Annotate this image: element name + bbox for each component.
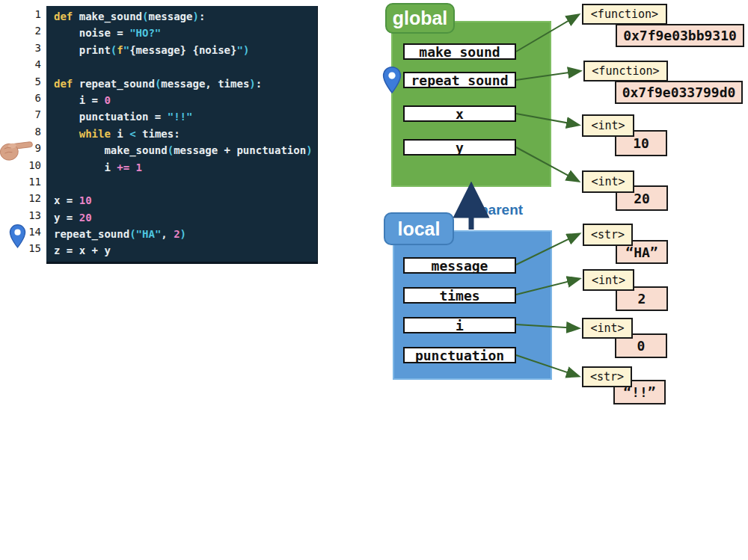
- value-type-tag: <int>: [582, 114, 634, 137]
- code-token: {message} {noise}: [129, 44, 236, 56]
- code-token: make_sound: [73, 10, 142, 22]
- line-number: 5: [0, 73, 41, 90]
- code-token: 0: [104, 94, 110, 106]
- variable-box-y: y: [403, 139, 516, 156]
- code-token: ): [306, 144, 312, 156]
- code-token: (: [129, 228, 135, 240]
- code-line: def repeat_sound(message, times):: [54, 76, 317, 92]
- value-type-tag: <function>: [582, 4, 667, 25]
- variable-box-repeat_sound: repeat_sound: [403, 72, 516, 88]
- code-token: ,: [161, 228, 174, 240]
- code-token: ": [123, 44, 129, 56]
- code-token: message + punctuation: [174, 144, 306, 156]
- code-token: 10: [79, 194, 92, 206]
- code-token: :: [256, 78, 262, 90]
- code-token: def: [54, 10, 73, 22]
- code-token: message, times: [161, 78, 249, 90]
- local-frame-label: local: [398, 218, 441, 240]
- line-number: 11: [0, 173, 41, 190]
- code-token: ): [180, 228, 186, 240]
- code-line: i += 1: [54, 159, 317, 176]
- code-token: i: [54, 161, 117, 173]
- code-token: "!!": [168, 111, 193, 123]
- code-token: f: [117, 44, 123, 56]
- code-line: while i < times:: [54, 126, 317, 142]
- code-token: 1: [136, 161, 142, 173]
- variable-box-x: x: [403, 105, 516, 122]
- value-box: 0x7f9e03bb9310: [616, 24, 744, 47]
- code-line: make_sound(message + punctuation): [54, 142, 317, 159]
- code-pin-icon: [9, 222, 26, 250]
- value-type-tag: <str>: [583, 224, 633, 246]
- code-token: z = x + y: [54, 244, 111, 256]
- frame-pin-icon: [382, 64, 402, 96]
- variable-box-times: times: [403, 287, 516, 304]
- local-frame-tab: local: [384, 212, 454, 245]
- line-number: 6: [0, 90, 41, 106]
- value-type-tag: <int>: [582, 170, 634, 193]
- code-token: print: [54, 44, 111, 56]
- code-line: z = x + y: [54, 242, 317, 259]
- code-token: while: [79, 128, 111, 140]
- code-token: (: [168, 144, 174, 156]
- code-token: make_sound: [54, 144, 168, 156]
- code-token: ): [249, 78, 255, 90]
- code-token: ): [243, 44, 249, 56]
- code-line: noise = "HO?": [54, 25, 317, 41]
- variable-box-punctuation: punctuation: [403, 347, 516, 363]
- code-token: noise =: [54, 27, 129, 39]
- code-token: "HO?": [129, 27, 161, 39]
- line-number: 1: [0, 6, 41, 22]
- value-type-tag: <str>: [582, 366, 632, 387]
- code-token: x =: [54, 194, 79, 206]
- code-line: [54, 58, 317, 75]
- code-line: [54, 176, 317, 192]
- global-frame-label: global: [393, 7, 448, 29]
- code-line: y = 20: [54, 209, 317, 226]
- line-number: 2: [0, 22, 41, 39]
- code-token: times:: [136, 128, 180, 140]
- code-token: <: [129, 128, 135, 140]
- variable-box-i: i: [403, 317, 516, 333]
- code-token: i: [111, 128, 129, 140]
- parent-link-label: parent: [479, 202, 523, 218]
- global-frame-tab: global: [385, 3, 455, 34]
- line-number: 13: [0, 207, 41, 224]
- code-line: punctuation = "!!": [54, 108, 317, 125]
- code-token: "HA": [136, 228, 162, 240]
- code-token: +=: [117, 161, 129, 173]
- line-number: 4: [0, 56, 41, 73]
- code-token: y =: [54, 212, 79, 224]
- code-token: punctuation =: [54, 111, 168, 123]
- line-number: 3: [0, 40, 41, 56]
- line-number: 12: [0, 190, 41, 206]
- code-token: [54, 128, 79, 140]
- code-token: [129, 161, 135, 173]
- line-number-gutter: 123456789101112131415: [0, 6, 41, 257]
- value-type-tag: <int>: [583, 269, 634, 291]
- code-line: i = 0: [54, 92, 317, 108]
- code-line: x = 10: [54, 192, 317, 209]
- code-token: :: [199, 10, 205, 22]
- pointing-hand-icon: [0, 138, 34, 161]
- code-line: repeat_sound("HA", 2): [54, 226, 317, 242]
- code-token: 2: [174, 228, 180, 240]
- line-number: 7: [0, 106, 41, 123]
- code-token: repeat_sound: [73, 78, 155, 90]
- code-token: ": [236, 44, 242, 56]
- code-token: def: [54, 78, 73, 90]
- value-type-tag: <function>: [583, 61, 668, 81]
- value-box: 0x7f9e033799d0: [615, 81, 743, 104]
- variable-box-make_sound: make_sound: [403, 43, 516, 60]
- code-line: print(f"{message} {noise}"): [54, 42, 317, 58]
- scope-diagram-slide: 123456789101112131415 def make_sound(mes…: [0, 0, 748, 560]
- code-token: ): [192, 10, 198, 22]
- value-type-tag: <int>: [582, 318, 633, 339]
- code-token: repeat_sound: [54, 228, 129, 240]
- code-token: 20: [79, 212, 92, 224]
- code-line: def make_sound(message):: [54, 8, 317, 25]
- code-token: message: [148, 10, 192, 22]
- code-editor-panel: def make_sound(message): noise = "HO?" p…: [46, 6, 318, 264]
- variable-box-message: message: [403, 257, 516, 274]
- code-token: i =: [54, 94, 104, 106]
